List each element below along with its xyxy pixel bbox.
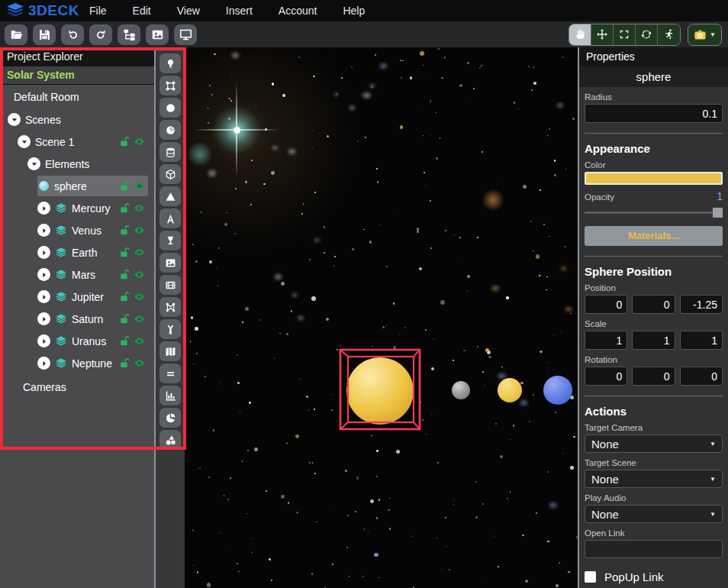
chevron-right-icon[interactable]	[37, 312, 50, 325]
insert-film-button[interactable]	[159, 275, 181, 295]
popup-link-checkbox[interactable]	[585, 571, 596, 583]
insert-text-button[interactable]	[159, 208, 181, 228]
run-tool-button[interactable]	[658, 24, 680, 45]
open-folder-button[interactable]	[5, 24, 27, 45]
tree-item-mars[interactable]: Mars	[37, 264, 148, 285]
tree-item-scenes[interactable]: Scenes	[8, 109, 148, 130]
chevron-right-icon[interactable]	[37, 357, 50, 370]
monitor-button[interactable]	[174, 24, 197, 45]
chevron-right-icon[interactable]	[37, 246, 50, 259]
project-name-row[interactable]: Solar System	[0, 66, 154, 85]
insert-pie-chart-button[interactable]	[159, 408, 181, 428]
lock-open-icon[interactable]	[118, 357, 130, 370]
eye-icon[interactable]	[133, 225, 145, 237]
insert-bar-chart-button[interactable]	[159, 386, 181, 405]
menu-item-edit[interactable]: Edit	[120, 0, 164, 21]
lock-open-icon[interactable]	[118, 136, 130, 148]
eye-icon[interactable]	[133, 136, 145, 148]
insert-picture-button[interactable]	[159, 253, 181, 273]
tree-item-earth[interactable]: Earth	[37, 242, 148, 263]
chevron-right-icon[interactable]	[37, 334, 50, 347]
insert-equals-button[interactable]	[159, 363, 181, 383]
eye-icon[interactable]	[133, 269, 145, 281]
lock-open-icon[interactable]	[118, 247, 130, 259]
refresh-tool-button[interactable]	[636, 24, 658, 45]
chevron-right-icon[interactable]	[37, 268, 50, 281]
tree-item-sphere[interactable]: sphere	[37, 176, 148, 196]
insert-polygon-button[interactable]	[159, 297, 181, 317]
insert-ribbon-button[interactable]	[159, 319, 181, 339]
lock-open-icon[interactable]	[118, 180, 130, 192]
insert-spotlight-button[interactable]	[159, 231, 181, 250]
target-camera-select[interactable]: None ▼	[585, 435, 723, 453]
eye-icon[interactable]	[133, 357, 145, 370]
color-swatch[interactable]	[585, 172, 723, 185]
cameras-row[interactable]: Cameras	[0, 375, 154, 395]
eye-icon[interactable]	[133, 247, 145, 259]
insert-lightbulb-button[interactable]	[159, 53, 181, 73]
planet-earth[interactable]	[543, 376, 572, 405]
planet-sphere[interactable]	[346, 357, 414, 425]
lock-open-icon[interactable]	[118, 269, 130, 281]
move-tool-button[interactable]	[591, 24, 614, 45]
position-x-input[interactable]	[585, 295, 627, 314]
play-audio-select[interactable]: None ▼	[585, 505, 723, 523]
materials-button[interactable]: Materials...	[585, 226, 723, 246]
scale-y-input[interactable]	[632, 331, 675, 350]
lock-open-icon[interactable]	[118, 335, 130, 347]
viewport-3d[interactable]	[185, 47, 578, 588]
menu-item-file[interactable]: File	[76, 0, 120, 21]
chevron-right-icon[interactable]	[37, 202, 50, 215]
hand-tool-button[interactable]	[569, 24, 591, 45]
chevron-down-icon[interactable]	[27, 157, 40, 170]
position-y-input[interactable]	[632, 295, 675, 314]
chevron-right-icon[interactable]	[37, 290, 50, 303]
eye-icon[interactable]	[133, 180, 145, 192]
menu-item-help[interactable]: Help	[330, 0, 378, 21]
insert-cylinder-button[interactable]	[159, 142, 181, 162]
save-button[interactable]	[33, 24, 56, 45]
lock-open-icon[interactable]	[118, 291, 130, 303]
fullscreen-tool-button[interactable]	[614, 24, 636, 45]
tree-item-uranus[interactable]: Uranus	[37, 331, 148, 351]
lock-open-icon[interactable]	[118, 225, 130, 237]
target-scene-select[interactable]: None ▼	[585, 470, 723, 488]
hierarchy-button[interactable]	[118, 24, 140, 45]
image-button[interactable]	[146, 24, 169, 45]
tree-item-mercury[interactable]: Mercury	[37, 198, 148, 218]
scale-z-input[interactable]	[680, 331, 723, 350]
open-link-input[interactable]	[585, 540, 723, 558]
radius-input[interactable]	[585, 104, 723, 123]
undo-button[interactable]	[61, 24, 84, 45]
tree-item-scene-1[interactable]: Scene 1	[18, 131, 148, 152]
eye-icon[interactable]	[133, 202, 145, 215]
menu-item-insert[interactable]: Insert	[213, 0, 266, 21]
opacity-slider-handle[interactable]	[713, 208, 723, 218]
camera-mode-button[interactable]: ▼	[688, 24, 722, 46]
eye-icon[interactable]	[133, 335, 145, 347]
scale-x-input[interactable]	[585, 331, 627, 350]
rotation-z-input[interactable]	[680, 367, 723, 386]
eye-icon[interactable]	[133, 291, 145, 303]
position-z-input[interactable]	[680, 295, 723, 314]
menu-item-view[interactable]: View	[164, 0, 213, 21]
insert-sphere3d-button[interactable]	[159, 120, 181, 140]
insert-circle-button[interactable]	[159, 98, 181, 118]
planet-venus[interactable]	[498, 378, 522, 402]
chevron-down-icon[interactable]	[18, 135, 31, 148]
tree-item-elements[interactable]: Elements	[27, 153, 148, 174]
chevron-right-icon[interactable]	[37, 224, 50, 237]
room-name-row[interactable]: Default Room	[0, 85, 154, 105]
opacity-slider[interactable]	[585, 212, 723, 214]
insert-triangle-button[interactable]	[159, 186, 181, 206]
insert-map-button[interactable]	[159, 341, 181, 361]
tree-item-jupiter[interactable]: Jupiter	[37, 286, 148, 307]
eye-icon[interactable]	[133, 313, 145, 325]
insert-shapes-button[interactable]	[159, 430, 181, 450]
insert-cube-button[interactable]	[159, 164, 181, 184]
rotation-y-input[interactable]	[632, 367, 675, 386]
tree-item-saturn[interactable]: Saturn	[37, 309, 148, 329]
lock-open-icon[interactable]	[118, 202, 130, 215]
lock-open-icon[interactable]	[118, 313, 130, 325]
redo-button[interactable]	[89, 24, 112, 45]
